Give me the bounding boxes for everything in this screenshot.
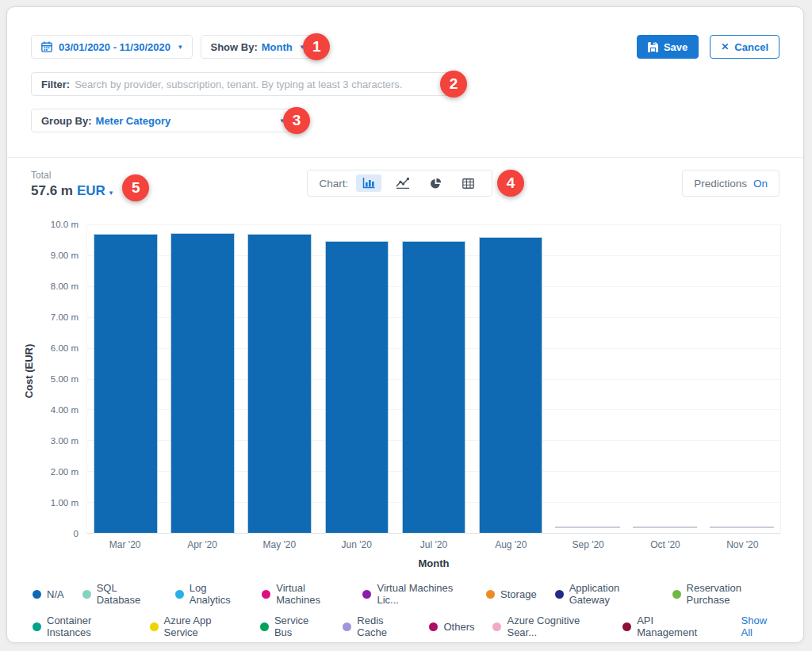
legend-label: Application Gateway [569, 582, 654, 606]
bar-slot [550, 224, 626, 533]
legend-item[interactable]: API Management [622, 615, 710, 638]
x-tick-label: Sep '20 [550, 539, 626, 550]
x-tick-label: Nov '20 [704, 539, 781, 550]
annotation-badge-1: 1 [303, 33, 330, 60]
x-tick-label: Jun '20 [318, 539, 395, 550]
legend-dot [33, 622, 41, 631]
legend-dot [262, 590, 270, 599]
annotation-badge-5: 5 [122, 174, 149, 201]
bar-slot [626, 224, 703, 533]
x-axis-title: Month [86, 557, 781, 569]
legend-dot [82, 590, 91, 599]
cost-bar[interactable] [479, 237, 543, 533]
legend-label: Container Instances [47, 615, 132, 638]
bar-slot [87, 224, 164, 533]
legend-item[interactable]: Virtual Machines Lic... [362, 582, 468, 606]
legend-dot [260, 622, 269, 631]
legend-dot [33, 590, 41, 599]
legend-item[interactable]: Others [429, 621, 474, 633]
y-tick-label: 6.00 m [37, 343, 79, 353]
legend-item[interactable]: SQL Database [82, 582, 157, 606]
x-tick-label: Mar '20 [86, 539, 163, 550]
legend-item[interactable]: Virtual Machines [262, 582, 344, 606]
legend-item[interactable]: Container Instances [33, 615, 132, 638]
annotation-badge-3: 3 [283, 107, 310, 134]
cost-bar[interactable] [402, 241, 466, 533]
legend-item[interactable]: Application Gateway [555, 582, 654, 606]
total-currency: EUR [77, 183, 105, 199]
show-by-value: Month [262, 41, 293, 53]
cost-bar[interactable] [94, 234, 158, 533]
save-button[interactable]: Save [637, 35, 699, 59]
cancel-button[interactable]: ✕ Cancel [710, 35, 779, 59]
filter-field: Filter: [31, 72, 451, 96]
y-tick-label: 8.00 m [37, 281, 79, 291]
cost-bar[interactable] [247, 234, 312, 533]
prediction-bar[interactable] [633, 527, 698, 528]
date-range-picker[interactable]: 03/01/2020 - 11/30/2020 ▾ [31, 35, 193, 59]
legend-dot [175, 590, 184, 599]
legend-label: Log Analytics [190, 582, 244, 606]
table-icon[interactable] [456, 175, 481, 192]
legend-item[interactable]: Service Bus [260, 615, 324, 638]
legend-item[interactable]: Redis Cache [343, 615, 411, 638]
predictions-state: On [753, 178, 768, 190]
total-currency-dropdown[interactable]: 57.6 m EUR ▾ [31, 183, 113, 199]
legend-label: Azure App Service [164, 615, 242, 638]
legend-dot [343, 622, 351, 631]
chart-type-selector: Chart: [307, 170, 492, 197]
legend-item[interactable]: Azure Cognitive Sear... [492, 615, 604, 638]
legend-dot [486, 590, 495, 599]
x-tick-label: Oct '20 [626, 539, 703, 550]
close-icon: ✕ [721, 41, 729, 52]
group-by-value: Meter Category [96, 115, 171, 127]
legend-dot [555, 590, 564, 599]
legend-dot [362, 590, 371, 599]
legend: N/ASQL DatabaseLog AnalyticsVirtual Mach… [7, 582, 803, 638]
y-tick-label: 10.0 m [37, 220, 79, 229]
total-amount: 57.6 m [31, 183, 73, 199]
legend-label: Azure Cognitive Sear... [507, 615, 604, 638]
legend-item[interactable]: Azure App Service [150, 615, 242, 638]
line-chart-icon[interactable] [389, 174, 416, 192]
legend-item[interactable]: Log Analytics [175, 582, 244, 606]
predictions-label: Predictions [694, 178, 747, 190]
save-icon [648, 42, 658, 52]
bar-slot [473, 224, 550, 533]
group-by-label: Group By: [41, 115, 92, 127]
legend-label: N/A [47, 588, 64, 600]
chevron-down-icon: ▾ [109, 189, 113, 197]
cancel-button-label: Cancel [734, 41, 768, 53]
show-by-dropdown[interactable]: Show By: Month ▾ [201, 35, 315, 59]
x-tick-label: Apr '20 [163, 539, 240, 550]
legend-dot [492, 622, 501, 631]
y-tick-label: 0 [37, 529, 79, 538]
legend-label: API Management [637, 615, 710, 638]
legend-item[interactable]: Storage [486, 588, 537, 600]
legend-dot [672, 590, 681, 599]
prediction-bar[interactable] [555, 527, 620, 528]
filter-input[interactable] [75, 79, 441, 90]
cost-bar[interactable] [170, 233, 235, 533]
y-axis-ticks: 10.0 m9.00 m8.00 m7.00 m6.00 m5.00 m4.00… [37, 224, 86, 534]
cost-bar[interactable] [325, 241, 389, 533]
chart-selector-label: Chart: [319, 178, 348, 190]
total-label: Total [31, 170, 113, 181]
y-tick-label: 7.00 m [37, 312, 79, 322]
legend-label: Storage [500, 588, 537, 600]
legend-item[interactable]: N/A [33, 588, 64, 600]
filter-label: Filter: [41, 79, 70, 90]
show-all-link[interactable]: Show All [741, 615, 778, 638]
bar-slot [395, 224, 472, 533]
bar-chart-icon[interactable] [356, 174, 381, 192]
plot-area [86, 224, 781, 534]
group-by-row: Group By: Meter Category ▾ 3 [7, 107, 803, 134]
group-by-dropdown[interactable]: Group By: Meter Category ▾ [31, 109, 294, 132]
legend-item[interactable]: Reservation Purchase [672, 582, 778, 606]
y-axis-title: Cost (EUR) [20, 224, 37, 569]
legend-dot [429, 622, 438, 631]
prediction-bar[interactable] [710, 527, 775, 528]
predictions-toggle[interactable]: Predictions On [682, 170, 779, 197]
legend-row: Container InstancesAzure App ServiceServ… [33, 615, 778, 638]
pie-chart-icon[interactable] [423, 174, 448, 193]
